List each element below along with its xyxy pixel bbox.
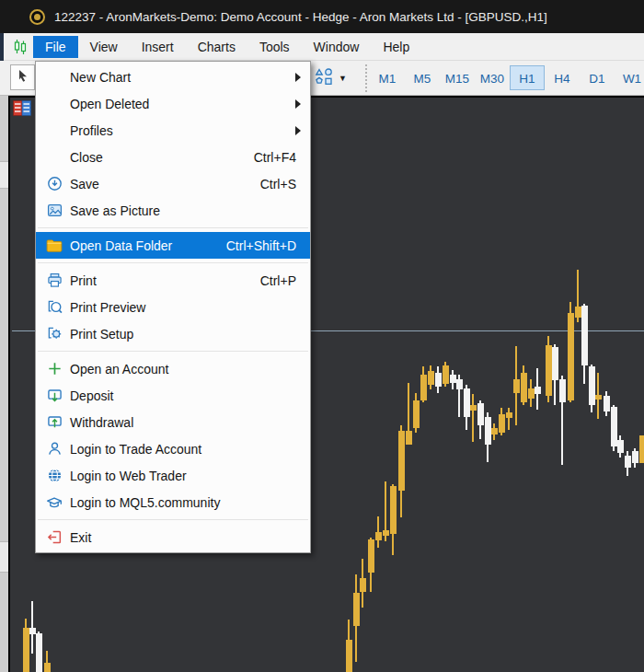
mql5-icon [44, 495, 64, 510]
menu-item-login-to-trade-account[interactable]: Login to Trade Account [36, 435, 310, 462]
exit-icon [44, 529, 64, 545]
menu-item-print-setup[interactable]: Print Setup [36, 320, 310, 347]
menu-item-shortcut: Ctrl+Shift+D [226, 238, 296, 253]
menu-item-label: Open Deleted [70, 97, 149, 111]
print-preview-icon [44, 299, 64, 315]
window-title: 122237 - AronMarkets-Demo: Demo Account … [54, 10, 547, 24]
dropdown-caret-icon[interactable]: ▼ [339, 74, 347, 83]
menu-item-label: Profiles [70, 123, 113, 138]
menu-item-label: Print Setup [70, 327, 133, 342]
candlestick-logo-icon [13, 39, 28, 54]
timeframe-m5[interactable]: M5 [405, 65, 440, 90]
menu-item-save-as-picture[interactable]: Save as Picture [36, 197, 310, 224]
menu-view[interactable]: View [78, 36, 130, 58]
menu-item-label: Open Data Folder [70, 238, 172, 253]
menu-item-label: Save as Picture [70, 203, 160, 218]
menu-item-label: Login to Trade Account [70, 442, 201, 457]
folder-icon [44, 238, 64, 253]
menu-item-login-to-mql5-community[interactable]: Login to MQL5.community [36, 489, 310, 516]
app-logo-icon [29, 9, 45, 25]
menu-item-close[interactable]: CloseCtrl+F4 [36, 144, 310, 170]
menu-separator [38, 262, 308, 263]
window-edge [0, 33, 4, 61]
withdrawal-icon [44, 414, 64, 430]
menu-item-label: Open an Account [70, 362, 168, 377]
menu-item-withdrawal[interactable]: Withdrawal [36, 409, 310, 435]
menu-separator [38, 227, 308, 228]
chart-window-icon [13, 100, 31, 120]
timeframe-m30[interactable]: M30 [475, 65, 510, 90]
timeframe-m1[interactable]: M1 [370, 65, 405, 90]
left-edge-strip [0, 61, 8, 672]
timeframe-h4[interactable]: H4 [545, 65, 580, 90]
menu-tools[interactable]: Tools [247, 36, 302, 58]
timeframe-w1[interactable]: W1 [615, 65, 644, 90]
menu-item-shortcut: Ctrl+F4 [254, 150, 296, 165]
file-dropdown-menu: New ChartOpen DeletedProfilesCloseCtrl+F… [35, 61, 311, 553]
save-picture-icon [44, 203, 64, 218]
menu-item-shortcut: Ctrl+P [260, 273, 296, 288]
menu-item-exit[interactable]: Exit [36, 524, 310, 550]
print-setup-icon [44, 326, 64, 342]
menu-item-deposit[interactable]: Deposit [36, 382, 310, 409]
toolbar-separator [365, 64, 367, 92]
menu-item-label: Login to Web Trader [70, 469, 187, 483]
deposit-icon [44, 388, 64, 403]
menu-item-label: Exit [70, 530, 91, 545]
menu-item-label: Print [70, 273, 97, 288]
cursor-tool-button[interactable] [10, 64, 35, 90]
menu-item-shortcut: Ctrl+S [260, 177, 296, 191]
menu-item-label: Login to MQL5.community [70, 495, 220, 510]
menu-item-print-preview[interactable]: Print Preview [36, 294, 310, 320]
menu-item-label: Save [70, 177, 99, 191]
menu-insert[interactable]: Insert [130, 36, 186, 58]
print-icon [44, 272, 64, 288]
menu-item-label: New Chart [70, 70, 131, 85]
submenu-arrow-icon [295, 99, 301, 109]
menu-bar: FileViewInsertChartsToolsWindowHelp [0, 33, 644, 61]
menu-item-open-data-folder[interactable]: Open Data FolderCtrl+Shift+D [36, 232, 310, 259]
menu-item-print[interactable]: PrintCtrl+P [36, 267, 310, 294]
menu-window[interactable]: Window [302, 36, 372, 58]
cursor-icon [17, 69, 29, 87]
save-icon [44, 176, 64, 191]
timeframe-m15[interactable]: M15 [440, 65, 475, 90]
menu-item-label: Deposit [70, 388, 113, 403]
strip-handle[interactable] [0, 541, 8, 573]
submenu-arrow-icon [295, 73, 301, 82]
menu-item-login-to-web-trader[interactable]: Login to Web Trader [36, 462, 310, 489]
menu-item-new-chart[interactable]: New Chart [36, 64, 310, 90]
menu-item-save[interactable]: SaveCtrl+S [36, 170, 310, 197]
menu-separator [38, 351, 308, 352]
menu-separator [38, 519, 308, 520]
objects-tool-button[interactable]: ▼ [315, 64, 347, 92]
menu-item-open-an-account[interactable]: Open an Account [36, 355, 310, 382]
submenu-arrow-icon [295, 126, 301, 135]
strip-handle[interactable] [0, 161, 8, 189]
menu-item-label: Close [70, 150, 103, 165]
menu-item-label: Print Preview [70, 300, 145, 315]
person-icon [44, 441, 64, 457]
menu-help[interactable]: Help [371, 36, 421, 58]
title-bar[interactable]: 122237 - AronMarkets-Demo: Demo Account … [0, 0, 644, 33]
shapes-icon [315, 67, 334, 90]
menu-item-label: Withdrawal [70, 415, 133, 430]
timeframe-d1[interactable]: D1 [580, 65, 615, 90]
globe-icon [44, 468, 64, 483]
menu-charts[interactable]: Charts [186, 36, 247, 58]
menu-item-profiles[interactable]: Profiles [36, 117, 310, 144]
plus-icon [44, 361, 64, 377]
menu-item-open-deleted[interactable]: Open Deleted [36, 90, 310, 117]
timeframe-h1[interactable]: H1 [510, 65, 545, 90]
menu-file[interactable]: File [33, 36, 78, 58]
timeframe-toolbar: M1M5M15M30H1H4D1W1 [370, 61, 644, 95]
